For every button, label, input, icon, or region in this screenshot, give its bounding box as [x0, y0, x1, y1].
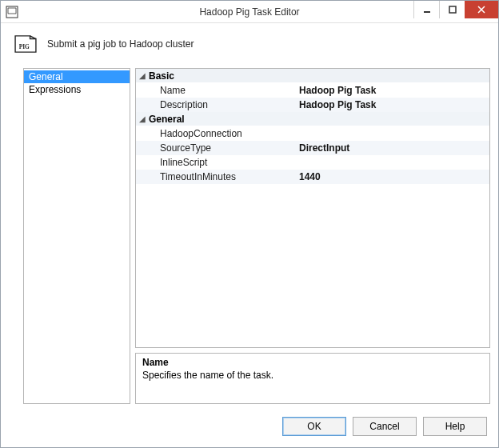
sidebar: General Expressions [23, 68, 130, 404]
prop-label: TimeoutInMinutes [136, 171, 296, 182]
sidebar-item-label: General [29, 71, 63, 82]
collapse-icon[interactable]: ◢ [136, 71, 149, 80]
prop-row-hadoopconnection[interactable]: HadoopConnection [136, 126, 489, 141]
prop-row-sourcetype[interactable]: SourceType DirectInput [136, 141, 489, 155]
description-text: Specifies the name of the task. [142, 370, 483, 381]
description-box: Name Specifies the name of the task. [135, 353, 490, 404]
category-label: General [149, 114, 185, 125]
category-row-general[interactable]: ◢ General [136, 112, 489, 126]
prop-label: InlineScript [136, 157, 296, 168]
description-title: Name [142, 357, 483, 368]
prop-label: HadoopConnection [136, 128, 296, 139]
prop-label: Description [136, 99, 296, 110]
content: General Expressions ◢ Basic Name Hadoop … [1, 65, 498, 409]
category-label: Basic [149, 70, 174, 82]
cancel-button[interactable]: Cancel [353, 417, 417, 436]
main-column: ◢ Basic Name Hadoop Pig Task Description… [135, 68, 490, 404]
svg-text:PIG: PIG [19, 43, 30, 50]
app-icon [6, 6, 18, 18]
window-title: Hadoop Pig Task Editor [199, 6, 299, 18]
sidebar-item-expressions[interactable]: Expressions [24, 83, 130, 96]
property-grid[interactable]: ◢ Basic Name Hadoop Pig Task Description… [135, 68, 490, 348]
category-row-basic[interactable]: ◢ Basic [136, 69, 489, 83]
prop-value[interactable]: DirectInput [296, 142, 489, 154]
prop-row-name[interactable]: Name Hadoop Pig Task [136, 83, 489, 98]
sidebar-item-general[interactable]: General [24, 70, 130, 83]
prop-row-timeoutinminutes[interactable]: TimeoutInMinutes 1440 [136, 170, 489, 184]
pig-icon: PIG [14, 34, 38, 54]
titlebar[interactable]: Hadoop Pig Task Editor [1, 1, 498, 23]
dialog-window: Hadoop Pig Task Editor PIG Submit a pig … [0, 0, 499, 448]
header: PIG Submit a pig job to Hadoop cluster [1, 23, 498, 65]
maximize-button[interactable] [439, 1, 465, 18]
prop-label: SourceType [136, 142, 296, 154]
button-label: Cancel [369, 421, 399, 432]
prop-label: Name [136, 85, 296, 96]
help-button[interactable]: Help [423, 417, 487, 436]
footer: OK Cancel Help [1, 409, 498, 447]
minimize-button[interactable] [413, 1, 439, 18]
collapse-icon[interactable]: ◢ [136, 114, 149, 123]
prop-value[interactable]: Hadoop Pig Task [296, 85, 489, 96]
dialog-subtitle: Submit a pig job to Hadoop cluster [47, 38, 194, 50]
window-controls [413, 1, 498, 22]
svg-rect-2 [449, 6, 456, 13]
close-button[interactable] [465, 1, 498, 18]
prop-row-description[interactable]: Description Hadoop Pig Task [136, 98, 489, 112]
prop-row-inlinescript[interactable]: InlineScript [136, 155, 489, 170]
prop-value[interactable]: Hadoop Pig Task [296, 99, 489, 110]
button-label: Help [445, 421, 465, 432]
prop-value[interactable]: 1440 [296, 171, 489, 182]
sidebar-item-label: Expressions [29, 84, 81, 95]
ok-button[interactable]: OK [282, 417, 346, 436]
button-label: OK [307, 421, 321, 432]
svg-rect-1 [424, 11, 430, 13]
